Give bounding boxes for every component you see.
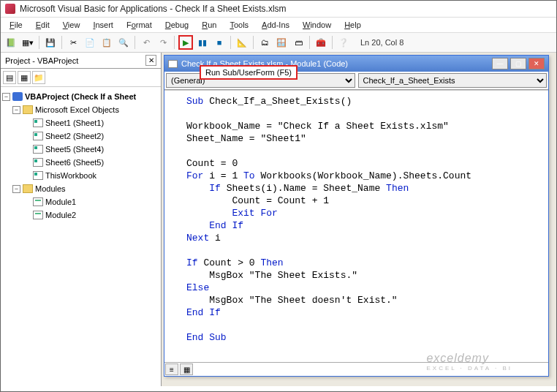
view-object-icon[interactable]: ▦ bbox=[18, 71, 31, 84]
view-excel-icon[interactable]: 📗 bbox=[4, 35, 18, 50]
tree-module[interactable]: Module1 bbox=[45, 195, 76, 208]
copy-icon[interactable]: 📄 bbox=[83, 35, 97, 50]
menu-format[interactable]: Format bbox=[121, 19, 158, 31]
menu-window[interactable]: Window bbox=[297, 19, 337, 31]
maximize-button[interactable]: ▢ bbox=[510, 58, 526, 69]
close-button[interactable]: ✕ bbox=[528, 58, 545, 69]
full-module-view-icon[interactable]: ▦ bbox=[180, 363, 193, 375]
menu-insert[interactable]: Insert bbox=[87, 19, 119, 31]
title-bar: Microsoft Visual Basic for Applications … bbox=[1, 1, 556, 18]
save-icon[interactable]: 💾 bbox=[43, 35, 58, 50]
tree-sheet[interactable]: Sheet5 (Sheet4) bbox=[45, 143, 104, 156]
tree-sheet[interactable]: Sheet6 (Sheet5) bbox=[45, 156, 104, 169]
object-browser-icon[interactable]: 🗃 bbox=[291, 35, 306, 50]
tree-module[interactable]: Module2 bbox=[45, 208, 76, 222]
cursor-position: Ln 20, Col 8 bbox=[360, 38, 403, 47]
project-tree[interactable]: −VBAProject (Check If a Sheet −Microsoft… bbox=[1, 87, 161, 386]
help-icon[interactable]: ❔ bbox=[336, 35, 351, 50]
menu-view[interactable]: View bbox=[57, 19, 86, 31]
code-editor[interactable]: Sub Check_If_a_Sheet_Exists() Workbook_N… bbox=[164, 90, 548, 362]
menu-addins[interactable]: Add-Ins bbox=[256, 19, 295, 31]
reset-icon[interactable]: ■ bbox=[212, 35, 227, 50]
app-title: Microsoft Visual Basic for Applications … bbox=[20, 4, 287, 14]
folder-icon bbox=[23, 184, 33, 193]
menu-edit[interactable]: Edit bbox=[30, 19, 56, 31]
insert-dropdown-icon[interactable]: ▦▾ bbox=[20, 35, 35, 50]
sheet-icon bbox=[33, 171, 43, 180]
project-explorer: Project - VBAProject ✕ ▤ ▦ 📁 −VBAProject… bbox=[1, 53, 162, 386]
undo-icon[interactable]: ↶ bbox=[139, 35, 154, 50]
toggle-folders-icon[interactable]: 📁 bbox=[32, 71, 45, 84]
module-icon bbox=[168, 60, 178, 68]
project-icon bbox=[12, 92, 23, 101]
mdi-workspace: Check If a Sheet Exists.xlsm - Module1 (… bbox=[162, 53, 556, 386]
menu-run[interactable]: Run bbox=[196, 19, 222, 31]
tree-sheet[interactable]: ThisWorkbook bbox=[45, 169, 96, 182]
project-explorer-icon[interactable]: 🗂 bbox=[257, 35, 272, 50]
paste-icon[interactable]: 📋 bbox=[99, 35, 114, 50]
tree-folder[interactable]: Modules bbox=[35, 182, 66, 195]
menu-tools[interactable]: Tools bbox=[224, 19, 254, 31]
sheet-icon bbox=[33, 158, 43, 167]
module-icon bbox=[33, 197, 43, 206]
expand-icon[interactable]: − bbox=[2, 93, 10, 101]
procedure-dropdown[interactable]: Check_If_a_Sheet_Exists bbox=[358, 73, 547, 88]
run-tooltip: Run Sub/UserForm (F5) bbox=[200, 65, 298, 80]
sheet-icon bbox=[33, 132, 43, 140]
find-icon[interactable]: 🔍 bbox=[116, 35, 131, 50]
folder-icon bbox=[23, 105, 33, 114]
tree-sheet[interactable]: Sheet2 (Sheet2) bbox=[45, 129, 104, 143]
tree-folder[interactable]: Microsoft Excel Objects bbox=[35, 103, 119, 116]
app-icon bbox=[5, 4, 15, 14]
expand-icon[interactable]: − bbox=[12, 185, 20, 193]
properties-icon[interactable]: 🪟 bbox=[274, 35, 289, 50]
sheet-icon bbox=[33, 145, 43, 154]
menu-debug[interactable]: Debug bbox=[159, 19, 194, 31]
tree-sheet[interactable]: Sheet1 (Sheet1) bbox=[45, 116, 104, 129]
module-icon bbox=[33, 211, 43, 219]
menu-file[interactable]: File bbox=[4, 19, 29, 31]
menu-bar: File Edit View Insert Format Debug Run T… bbox=[1, 18, 556, 32]
panel-title-label: Project - VBAProject bbox=[5, 56, 78, 65]
sheet-icon bbox=[33, 118, 43, 127]
procedure-view-icon[interactable]: ≡ bbox=[165, 363, 178, 375]
code-window: Check If a Sheet Exists.xlsm - Module1 (… bbox=[164, 55, 549, 377]
panel-close-icon[interactable]: ✕ bbox=[145, 55, 156, 66]
redo-icon[interactable]: ↷ bbox=[156, 35, 170, 50]
break-icon[interactable]: ▮▮ bbox=[195, 35, 210, 50]
tree-root[interactable]: VBAProject (Check If a Sheet bbox=[25, 90, 136, 103]
run-button[interactable]: ▶ bbox=[178, 35, 193, 50]
toolbox-icon[interactable]: 🧰 bbox=[314, 35, 328, 50]
toolbar: 📗 ▦▾ 💾 ✂ 📄 📋 🔍 ↶ ↷ ▶ ▮▮ ■ 📐 🗂 🪟 🗃 🧰 ❔ Ln… bbox=[1, 32, 556, 53]
design-mode-icon[interactable]: 📐 bbox=[235, 35, 249, 50]
expand-icon[interactable]: − bbox=[12, 106, 20, 114]
minimize-button[interactable]: — bbox=[492, 58, 508, 69]
cut-icon[interactable]: ✂ bbox=[66, 35, 80, 50]
view-code-icon[interactable]: ▤ bbox=[3, 71, 16, 84]
menu-help[interactable]: Help bbox=[338, 19, 367, 31]
